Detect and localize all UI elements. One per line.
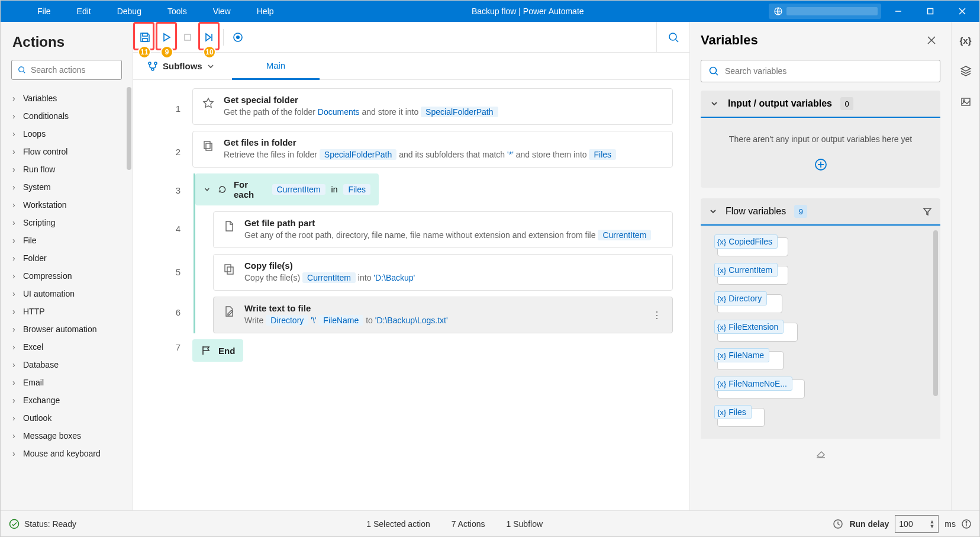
environment-selector[interactable] [769, 4, 881, 19]
line-gutter: 1 2 3 4 5 6 7 [133, 80, 192, 510]
svg-point-33 [10, 519, 19, 528]
svg-point-37 [966, 521, 967, 522]
cat-mouse-keyboard[interactable]: ›Mouse and keyboard [1, 445, 133, 462]
search-actions-input[interactable] [31, 65, 115, 75]
subflows-toggle[interactable]: Subflows [141, 57, 220, 75]
cat-outlook[interactable]: ›Outlook [1, 409, 133, 427]
cat-system[interactable]: ›System [1, 178, 133, 196]
cat-excel[interactable]: ›Excel [1, 338, 133, 356]
layers-strip-button[interactable] [957, 62, 975, 80]
cat-email[interactable]: ›Email [1, 374, 133, 391]
filter-icon[interactable] [923, 207, 932, 216]
clock-icon [833, 519, 843, 529]
close-variables-button[interactable] [923, 31, 940, 49]
cat-exchange[interactable]: ›Exchange [1, 391, 133, 409]
record-button[interactable] [227, 27, 249, 48]
star-icon [201, 96, 215, 110]
images-strip-button[interactable] [957, 93, 975, 111]
menu-file[interactable]: File [24, 1, 64, 22]
add-io-variable-button[interactable] [713, 158, 929, 171]
svg-point-5 [19, 67, 24, 72]
svg-rect-8 [143, 38, 147, 41]
flowvar-directory[interactable]: {x}Directory [717, 290, 924, 318]
search-variables-input[interactable] [725, 66, 933, 76]
copy-icon [222, 262, 236, 276]
cat-compression[interactable]: ›Compression [1, 267, 133, 285]
maximize-button[interactable] [915, 1, 945, 22]
cat-workstation[interactable]: ›Workstation [1, 196, 133, 214]
flowvar-currentitem[interactable]: {x}CurrentItem [717, 261, 924, 290]
cat-http[interactable]: ›HTTP [1, 303, 133, 320]
svg-point-16 [154, 62, 157, 65]
folder-files-icon [201, 139, 215, 153]
step-get-special-folder[interactable]: Get special folder Get the path of the f… [192, 88, 673, 125]
cat-file[interactable]: ›File [1, 231, 133, 249]
stop-button[interactable] [177, 27, 198, 48]
flowvar-fileextension[interactable]: {x}FileExtension [717, 318, 924, 346]
cat-ui-automation[interactable]: ›UI automation [1, 285, 133, 303]
write-file-icon [222, 304, 236, 319]
search-variables[interactable] [701, 60, 940, 82]
flowvar-filename[interactable]: {x}FileName [717, 346, 924, 375]
cat-browser-automation[interactable]: ›Browser automation [1, 320, 133, 338]
cat-flow-control[interactable]: ›Flow control [1, 143, 133, 160]
cat-scripting[interactable]: ›Scripting [1, 214, 133, 231]
search-icon [708, 66, 719, 76]
step-copy-files[interactable]: Copy file(s) Copy the file(s) CurrentIte… [213, 254, 673, 291]
chevron-down-icon [709, 207, 717, 216]
minimize-button[interactable] [884, 1, 913, 22]
play-button[interactable] [156, 27, 177, 48]
flag-icon [201, 345, 211, 356]
cat-message-boxes[interactable]: ›Message boxes [1, 427, 133, 445]
menu-help[interactable]: Help [244, 1, 287, 22]
step-end[interactable]: End [192, 339, 243, 362]
svg-line-14 [676, 40, 678, 42]
svg-point-25 [710, 67, 717, 74]
svg-rect-19 [206, 143, 212, 150]
cat-loops[interactable]: ›Loops [1, 125, 133, 143]
cat-conditionals[interactable]: ›Conditionals [1, 107, 133, 125]
step-get-files-in-folder[interactable]: Get files in folder Retrieve the files i… [192, 131, 673, 168]
cat-run-flow[interactable]: ›Run flow [1, 160, 133, 178]
eraser-icon[interactable] [815, 448, 826, 459]
right-tool-strip: {x} [951, 22, 979, 510]
scrollbar[interactable] [933, 230, 938, 396]
svg-rect-20 [225, 265, 231, 272]
step-over-button[interactable] [198, 27, 220, 48]
step-get-file-path-part[interactable]: Get file path part Get any of the root p… [213, 211, 673, 248]
status-text: Status: Ready [24, 519, 76, 529]
flow-variables-header[interactable]: Flow variables 9 [701, 198, 940, 226]
info-icon[interactable] [962, 519, 971, 529]
cat-folder[interactable]: ›Folder [1, 249, 133, 267]
step-for-each[interactable]: For each CurrentItem in Files [195, 173, 379, 205]
save-button[interactable] [134, 27, 156, 48]
svg-rect-9 [185, 34, 191, 40]
menu-tools[interactable]: Tools [154, 1, 200, 22]
rundelay-label: Run delay [849, 519, 889, 529]
menu-view[interactable]: View [200, 1, 244, 22]
menu-debug[interactable]: Debug [104, 1, 154, 22]
variables-strip-button[interactable]: {x} [957, 31, 975, 49]
close-button[interactable] [947, 1, 977, 22]
flowvar-filenamenoext[interactable]: {x}FileNameNoE... [717, 375, 924, 403]
step-write-text-to-file[interactable]: Write text to file Write Directory '\' F… [213, 297, 673, 333]
status-ok-icon [9, 519, 20, 529]
rundelay-input[interactable]: 100 ▲▼ [895, 515, 939, 533]
svg-point-32 [963, 100, 965, 102]
chevron-down-icon [204, 185, 211, 194]
flowvar-files[interactable]: {x}Files [717, 403, 924, 432]
cat-database[interactable]: ›Database [1, 356, 133, 374]
tab-main[interactable]: Main [232, 53, 320, 80]
canvas-search-button[interactable] [656, 22, 689, 53]
designer-canvas: 11 9 10 Subflows Main 1 2 3 [133, 22, 689, 510]
search-actions[interactable] [11, 60, 122, 80]
svg-rect-2 [928, 9, 933, 14]
variables-panel: Variables Input / output variables 0 The… [689, 22, 951, 510]
chevron-down-icon [709, 99, 720, 108]
flowvar-copiedfiles[interactable]: {x}CopiedFiles [717, 233, 924, 261]
menu-edit[interactable]: Edit [64, 1, 104, 22]
scrollbar[interactable] [127, 87, 131, 170]
io-variables-header[interactable]: Input / output variables 0 [701, 91, 940, 118]
step-more-menu[interactable]: ⋮ [650, 303, 664, 327]
cat-variables[interactable]: ›Variables [1, 89, 133, 107]
